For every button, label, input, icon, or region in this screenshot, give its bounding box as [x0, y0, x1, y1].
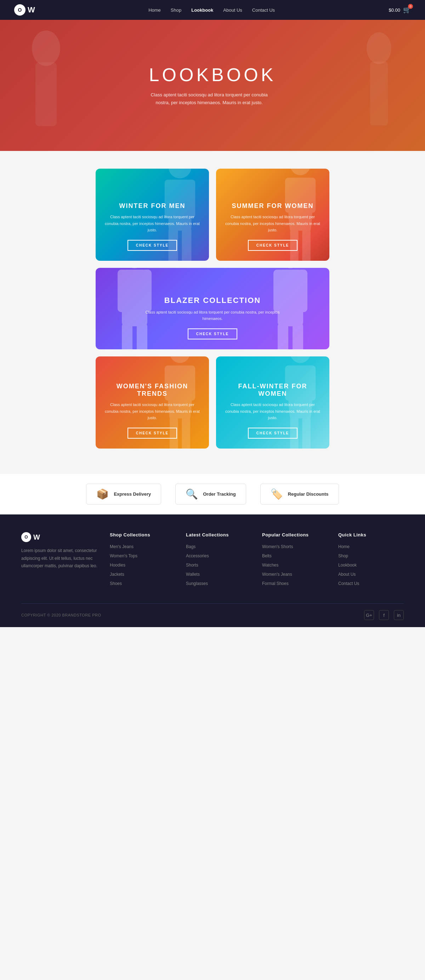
footer-col-quick-heading: Quick Links: [338, 532, 404, 538]
footer-link-shorts[interactable]: Shorts: [186, 563, 198, 568]
social-linkedin[interactable]: in: [394, 610, 404, 620]
svg-point-27: [170, 356, 190, 363]
footer-col-shop-links: Men's Jeans Women's Tops Hoodies Jackets…: [110, 543, 175, 586]
footer-col-latest-heading: Latest Collections: [186, 532, 251, 538]
card-winter-men-title: WINTER FOR MEN: [104, 202, 200, 210]
card-blazer-content: BLAZER COLLECTION Class aptent taciti so…: [104, 296, 321, 339]
svg-point-0: [32, 30, 60, 66]
card-summer-women-btn[interactable]: CHECK STYLE: [248, 240, 298, 251]
footer-col-quick: Quick Links Home Shop Lookbook About Us …: [338, 532, 404, 589]
footer-quick-home[interactable]: Home: [338, 544, 350, 549]
footer-bottom: COPYRIGHT © 2020 BRANDSTORE PRO G+ f in: [21, 603, 404, 620]
delivery-icon: 📦: [96, 488, 109, 500]
footer-link-womens-jeans[interactable]: Women's Jeans: [262, 572, 292, 577]
card-fall-winter-btn[interactable]: CHECK STYLE: [248, 428, 298, 439]
footer-link-watches[interactable]: Watches: [262, 563, 278, 568]
card-women-fashion-title: WOMEN'S FASHION TRENDS: [104, 383, 200, 398]
logo-text: W: [28, 5, 35, 14]
footer-logo-text: W: [33, 533, 40, 541]
feature-discounts-label: Regular Discounts: [288, 492, 329, 497]
footer-link-mens-jeans[interactable]: Men's Jeans: [110, 544, 133, 549]
footer-col-shop-heading: Shop Collections: [110, 532, 175, 538]
card-winter-men-desc: Class aptent taciti sociosqu ad litora t…: [104, 214, 200, 234]
card-summer-women-content: SUMMER FOR WOMEN Class aptent taciti soc…: [225, 202, 321, 251]
footer-link-belts[interactable]: Belts: [262, 554, 272, 558]
cart-price: $0.00: [389, 8, 400, 13]
card-winter-men-btn[interactable]: CHECK STYLE: [127, 240, 178, 251]
lookbook-row-3: WOMEN'S FASHION TRENDS Class aptent taci…: [96, 356, 329, 449]
social-facebook[interactable]: f: [379, 610, 389, 620]
logo-icon: O: [14, 4, 25, 16]
svg-rect-3: [370, 62, 388, 126]
footer-link-jackets[interactable]: Jackets: [110, 572, 124, 577]
footer: O W Lorem ipsum dolor sit amet, consecte…: [0, 514, 425, 627]
card-blazer: BLAZER COLLECTION Class aptent taciti so…: [96, 268, 329, 349]
card-summer-women-title: SUMMER FOR WOMEN: [225, 202, 321, 210]
footer-link-accessories[interactable]: Accessories: [186, 554, 209, 558]
svg-point-10: [290, 169, 311, 175]
hero-content: LOOKBOOK Class aptent taciti sociosqu ad…: [149, 64, 276, 107]
card-women-fashion-desc: Class aptent taciti sociosqu ad litora t…: [104, 401, 200, 421]
cart[interactable]: $0.00 🛒 0: [389, 6, 411, 14]
card-winter-men: WINTER FOR MEN Class aptent taciti socio…: [96, 169, 209, 261]
nav-about[interactable]: About Us: [223, 8, 242, 13]
feature-express-delivery: 📦 Express Delivery: [86, 484, 161, 504]
feature-order-tracking: 🔍 Order Tracking: [175, 484, 246, 504]
footer-link-sunglasses[interactable]: Sunglasses: [186, 581, 208, 586]
footer-link-hoodies[interactable]: Hoodies: [110, 563, 125, 568]
footer-desc: Lorem ipsum dolor sit amet, consectetur …: [21, 547, 99, 570]
card-winter-men-content: WINTER FOR MEN Class aptent taciti socio…: [104, 202, 200, 251]
feature-delivery-label: Express Delivery: [114, 492, 151, 497]
card-blazer-desc: Class aptent taciti sociosqu ad litora t…: [138, 309, 287, 322]
footer-link-womens-shorts[interactable]: Women's Shorts: [262, 544, 293, 549]
card-summer-women-desc: Class aptent taciti sociosqu ad litora t…: [225, 214, 321, 234]
footer-quick-lookbook[interactable]: Lookbook: [338, 563, 357, 568]
footer-logo[interactable]: O W: [21, 532, 99, 542]
footer-brand: O W Lorem ipsum dolor sit amet, consecte…: [21, 532, 99, 589]
cart-icon: 🛒 0: [403, 6, 411, 14]
footer-col-shop: Shop Collections Men's Jeans Women's Top…: [110, 532, 175, 589]
discount-icon: 🏷️: [271, 488, 283, 500]
card-summer-women: SUMMER FOR WOMEN Class aptent taciti soc…: [216, 169, 329, 261]
nav-contact[interactable]: Contact Us: [252, 8, 275, 13]
footer-social: G+ f in: [364, 610, 404, 620]
nav-shop[interactable]: Shop: [171, 8, 181, 13]
footer-link-shoes[interactable]: Shoes: [110, 581, 122, 586]
footer-col-popular: Popular Collections Women's Shorts Belts…: [262, 532, 328, 589]
nav-lookbook[interactable]: Lookbook: [191, 8, 213, 13]
footer-col-popular-heading: Popular Collections: [262, 532, 328, 538]
tracking-icon: 🔍: [186, 488, 198, 500]
footer-quick-contact[interactable]: Contact Us: [338, 581, 359, 586]
nav-links: Home Shop Lookbook About Us Contact Us: [148, 7, 275, 13]
hero-title: LOOKBOOK: [149, 64, 276, 85]
svg-point-21: [278, 268, 303, 268]
card-blazer-btn[interactable]: CHECK STYLE: [188, 328, 238, 339]
svg-point-15: [122, 268, 147, 268]
footer-link-bags[interactable]: Bags: [186, 544, 195, 549]
card-women-fashion-content: WOMEN'S FASHION TRENDS Class aptent taci…: [104, 383, 200, 439]
card-fall-winter-desc: Class aptent taciti sociosqu ad litora t…: [225, 401, 321, 421]
card-blazer-title: BLAZER COLLECTION: [104, 296, 321, 305]
footer-link-formal-shoes[interactable]: Formal Shoes: [262, 581, 289, 586]
nav-home[interactable]: Home: [148, 8, 161, 13]
social-google-plus[interactable]: G+: [364, 610, 374, 620]
lookbook-row-1: WINTER FOR MEN Class aptent taciti socio…: [96, 169, 329, 261]
feature-discounts: 🏷️ Regular Discounts: [260, 484, 339, 504]
hero-subtitle: Class aptent taciti sociosqu ad litora t…: [149, 91, 270, 107]
footer-copyright: COPYRIGHT © 2020 BRANDSTORE PRO: [21, 613, 101, 617]
footer-link-womens-tops[interactable]: Women's Tops: [110, 554, 137, 558]
card-fall-winter-title: FALL-WINTER FOR WOMEN: [225, 383, 321, 398]
footer-col-latest: Latest Collections Bags Accessories Shor…: [186, 532, 251, 589]
feature-tracking-label: Order Tracking: [203, 492, 236, 497]
footer-col-popular-links: Women's Shorts Belts Watches Women's Jea…: [262, 543, 328, 586]
lookbook-section: WINTER FOR MEN Class aptent taciti socio…: [89, 151, 336, 473]
footer-col-quick-links: Home Shop Lookbook About Us Contact Us: [338, 543, 404, 586]
logo[interactable]: O W: [14, 4, 35, 16]
footer-col-latest-links: Bags Accessories Shorts Wallets Sunglass…: [186, 543, 251, 586]
footer-quick-about[interactable]: About Us: [338, 572, 355, 577]
footer-quick-shop[interactable]: Shop: [338, 554, 348, 558]
card-women-fashion-btn[interactable]: CHECK STYLE: [127, 428, 178, 439]
footer-top: O W Lorem ipsum dolor sit amet, consecte…: [21, 532, 404, 589]
footer-link-wallets[interactable]: Wallets: [186, 572, 200, 577]
cart-badge: 0: [408, 4, 413, 9]
